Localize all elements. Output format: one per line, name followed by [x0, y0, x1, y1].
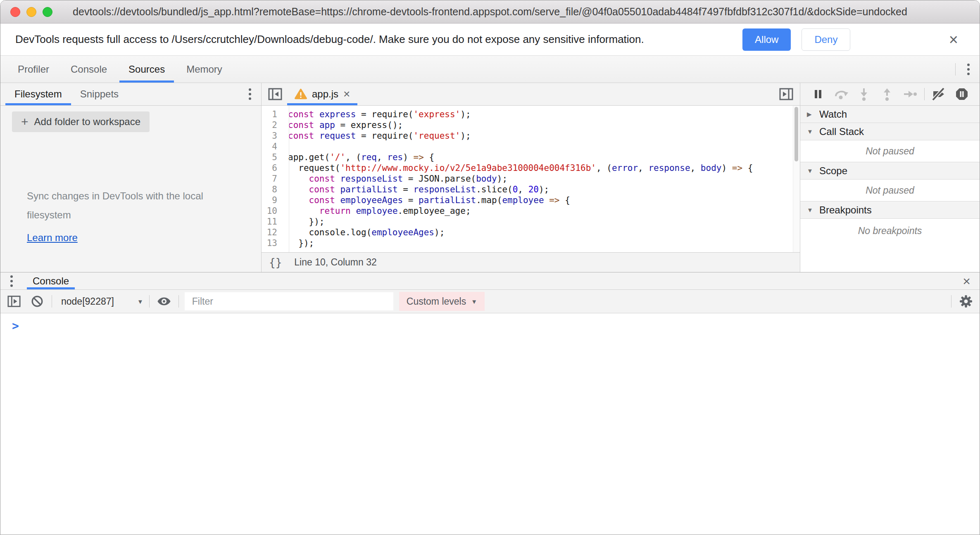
infobar-close-icon[interactable]: × [949, 32, 958, 47]
allow-button[interactable]: Allow [742, 28, 791, 51]
infobar-message: DevTools requests full access to /Users/… [15, 33, 644, 46]
line-number[interactable]: 10 [262, 206, 283, 216]
pause-on-exceptions-icon[interactable] [953, 85, 970, 103]
clear-console-icon[interactable] [29, 293, 46, 310]
line-number[interactable]: 9 [262, 195, 283, 206]
call-stack-section-header[interactable]: ▼ Call Stack [800, 123, 980, 140]
learn-more-link[interactable]: Learn more [27, 232, 78, 244]
show-console-sidebar-icon[interactable] [5, 293, 23, 310]
editor-statusbar: {} Line 10, Column 32 [262, 252, 800, 272]
file-tab-appjs[interactable]: app.js × [287, 83, 357, 105]
deactivate-breakpoints-icon[interactable] [930, 85, 947, 103]
console-settings-gear-icon[interactable] [957, 293, 975, 310]
code-line[interactable]: 8 const partialList = responseList.slice… [262, 184, 800, 195]
tab-sources[interactable]: Sources [118, 56, 176, 83]
console-input-area[interactable]: > [0, 313, 980, 535]
console-filter-input[interactable] [185, 292, 393, 310]
step-over-icon[interactable] [833, 85, 850, 103]
warning-icon [295, 88, 307, 100]
code-line[interactable]: 1const express = require('express'); [262, 109, 800, 120]
editor-pane: app.js × 1const express = require('expre… [262, 83, 800, 272]
step-out-icon[interactable] [878, 85, 896, 103]
line-number[interactable]: 1 [262, 109, 283, 120]
code-editor[interactable]: 1const express = require('express');2con… [262, 106, 800, 252]
code-text: const responseList = JSON.parse(body); [283, 173, 507, 184]
chevron-down-icon: ▼ [807, 206, 814, 213]
line-number[interactable]: 2 [262, 120, 283, 130]
chevron-right-icon: ▶ [807, 111, 814, 118]
code-text: request('http://www.mocky.io/v2/5e1a9abe… [283, 163, 753, 173]
code-text [283, 141, 288, 152]
line-number[interactable]: 11 [262, 216, 283, 227]
code-line[interactable]: 6 request('http://www.mocky.io/v2/5e1a9a… [262, 163, 800, 173]
drawer-close-icon[interactable]: × [963, 275, 980, 288]
hide-navigator-icon[interactable] [266, 85, 284, 103]
code-text: }); [283, 216, 325, 227]
line-number[interactable]: 4 [262, 141, 283, 152]
code-line[interactable]: 11 }); [262, 216, 800, 227]
step-into-icon[interactable] [855, 85, 873, 103]
code-line[interactable]: 10 return employee.employee_age; [262, 206, 800, 216]
breakpoints-section-header[interactable]: ▼ Breakpoints [800, 201, 980, 219]
scope-section-header[interactable]: ▼ Scope [800, 162, 980, 180]
gutter-divider [289, 106, 289, 252]
zoom-window-button[interactable] [43, 7, 52, 17]
line-number[interactable]: 8 [262, 184, 283, 195]
pretty-print-icon[interactable]: {} [269, 256, 282, 269]
tab-profiler[interactable]: Profiler [7, 56, 60, 83]
minimize-window-button[interactable] [26, 7, 36, 17]
debugger-toolbar [800, 83, 980, 106]
code-line[interactable]: 13 }); [262, 238, 800, 249]
drawer-menu-kebab-icon[interactable] [6, 273, 17, 289]
drawer-tab-console[interactable]: Console [27, 272, 75, 289]
main-menu-kebab-icon[interactable] [963, 61, 974, 78]
live-expression-eye-icon[interactable] [155, 293, 173, 310]
divider [951, 295, 951, 308]
navigator-pane: Filesystem Snippets + Add folder to work… [0, 83, 262, 272]
line-number[interactable]: 7 [262, 173, 283, 184]
breakpoints-body: No breakpoints [800, 219, 980, 272]
line-number[interactable]: 12 [262, 227, 283, 238]
code-line[interactable]: 2const app = express(); [262, 120, 800, 130]
pause-script-icon[interactable] [809, 85, 827, 103]
line-number[interactable]: 3 [262, 130, 283, 141]
code-text: }); [283, 238, 314, 249]
code-text: return employee.employee_age; [283, 206, 471, 216]
file-tab-close-icon[interactable]: × [343, 88, 350, 100]
execution-context-selector[interactable]: node[92287] ▼ [58, 296, 143, 307]
code-line[interactable]: 9 const employeeAges = partialList.map(e… [262, 195, 800, 206]
log-levels-dropdown[interactable]: Custom levels ▼ [399, 292, 485, 311]
code-line[interactable]: 7 const responseList = JSON.parse(body); [262, 173, 800, 184]
code-line[interactable]: 5app.get('/', (req, res) => { [262, 152, 800, 163]
code-line[interactable]: 3const request = require('request'); [262, 130, 800, 141]
line-number[interactable]: 13 [262, 238, 283, 249]
code-line[interactable]: 4 [262, 141, 800, 152]
console-prompt-chevron: > [12, 319, 19, 333]
window-title-url: devtools://devtools/bundled/js_app.html?… [73, 6, 907, 18]
plus-icon: + [21, 116, 29, 128]
tab-console[interactable]: Console [60, 56, 118, 83]
navigator-kebab-icon[interactable] [245, 86, 255, 102]
chevron-down-icon: ▼ [137, 298, 143, 305]
add-folder-button[interactable]: + Add folder to workspace [12, 111, 150, 132]
filesystem-pane-body: + Add folder to workspace Sync changes i… [0, 106, 261, 272]
hide-debugger-sidebar-icon[interactable] [778, 85, 795, 103]
editor-scrollbar[interactable] [793, 106, 800, 252]
code-lines: 1const express = require('express');2con… [262, 109, 800, 249]
devtools-window: devtools://devtools/bundled/js_app.html?… [0, 0, 980, 535]
scrollbar-thumb[interactable] [794, 107, 798, 161]
scope-body: Not paused [800, 180, 980, 201]
step-icon[interactable] [901, 85, 918, 103]
line-number[interactable]: 5 [262, 152, 283, 163]
deny-button[interactable]: Deny [802, 28, 850, 51]
watch-section-header[interactable]: ▶ Watch [800, 106, 980, 123]
tab-snippets[interactable]: Snippets [71, 83, 128, 105]
sync-message: Sync changes in DevTools with the local … [27, 187, 221, 225]
close-window-button[interactable] [10, 7, 20, 17]
chevron-down-icon: ▼ [807, 128, 814, 135]
code-text: const app = express(); [283, 120, 403, 130]
tab-memory[interactable]: Memory [176, 56, 233, 83]
tab-filesystem[interactable]: Filesystem [5, 83, 71, 105]
line-number[interactable]: 6 [262, 163, 283, 173]
code-line[interactable]: 12 console.log(employeeAges); [262, 227, 800, 238]
